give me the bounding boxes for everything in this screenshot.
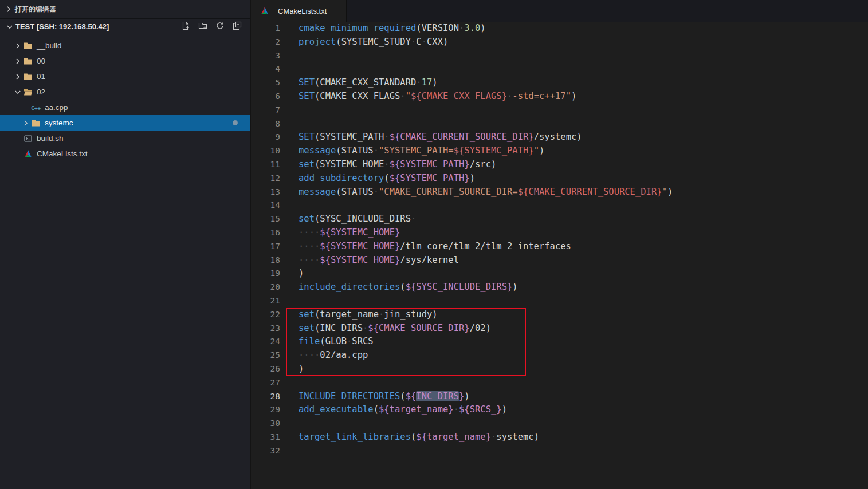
line-number: 1 bbox=[251, 22, 280, 36]
code-text bbox=[280, 199, 299, 212]
line-number: 24 bbox=[251, 335, 280, 349]
code-line[interactable]: 4 bbox=[251, 62, 868, 76]
tree-item-02[interactable]: 02 bbox=[0, 84, 250, 100]
line-number: 18 bbox=[251, 254, 280, 267]
code-line[interactable]: 18····${SYSTEMC_HOME}/sys/kernel bbox=[251, 254, 868, 267]
new-folder-button[interactable] bbox=[198, 22, 208, 32]
line-number: 14 bbox=[251, 199, 280, 212]
line-number: 21 bbox=[251, 294, 280, 308]
code-text: cmake_minimum_required(VERSION·3.0) bbox=[280, 22, 486, 36]
code-lines: 1cmake_minimum_required(VERSION·3.0)2pro… bbox=[251, 22, 868, 458]
refresh-button[interactable] bbox=[215, 22, 225, 32]
code-line[interactable]: 10message(STATUS·"SYSTEMC_PATH=${SYSTEMC… bbox=[251, 144, 868, 158]
explorer-section-header[interactable]: TEST [SSH: 192.168.50.42] bbox=[0, 18, 250, 34]
code-text bbox=[280, 376, 299, 390]
tab-cmakelists[interactable]: CMakeLists.txt bbox=[251, 0, 347, 22]
code-editor[interactable]: 1cmake_minimum_required(VERSION·3.0)2pro… bbox=[251, 22, 868, 489]
code-text: SET(CMAKE_CXX_FLAGS·"${CMAKE_CXX_FLAGS}·… bbox=[280, 90, 576, 104]
explorer-sidebar: 打开的编辑器 TEST [SSH: 192.168.50.42] __build… bbox=[0, 0, 251, 489]
tree-item-label: 02 bbox=[37, 88, 45, 96]
code-line[interactable]: 23set(INC_DIRS·${CMAKE_SOURCE_DIR}/02) bbox=[251, 322, 868, 336]
collapse-all-icon bbox=[233, 21, 242, 32]
code-text bbox=[280, 117, 299, 131]
chevron-spacer bbox=[13, 134, 22, 143]
chevron-spacer bbox=[21, 103, 30, 112]
code-line[interactable]: 28INCLUDE_DIRECTORIES(${INC_DIRS}) bbox=[251, 390, 868, 404]
code-line[interactable]: 7 bbox=[251, 104, 868, 117]
code-line[interactable]: 30 bbox=[251, 417, 868, 431]
code-text: SET(CMAKE_CXX_STANDARD·17) bbox=[280, 76, 438, 90]
code-line[interactable]: 31target_link_libraries(${target_name}·s… bbox=[251, 431, 868, 444]
code-line[interactable]: 20include_directories(${SYSC_INCLUDE_DIR… bbox=[251, 281, 868, 294]
tree-item-aa-cpp[interactable]: C++aa.cpp bbox=[0, 100, 250, 115]
cpp-file-icon: C++ bbox=[30, 103, 41, 112]
code-line[interactable]: 16····${SYSTEMC_HOME} bbox=[251, 226, 868, 240]
tree-item-00[interactable]: 00 bbox=[0, 53, 250, 69]
code-line[interactable]: 6SET(CMAKE_CXX_FLAGS·"${CMAKE_CXX_FLAGS}… bbox=[251, 90, 868, 104]
folder-icon bbox=[22, 72, 33, 81]
tree-item--build[interactable]: __build bbox=[0, 38, 250, 53]
line-number: 23 bbox=[251, 322, 280, 336]
code-line[interactable]: 13message(STATUS·"CMAKE_CURRENT_SOURCE_D… bbox=[251, 186, 868, 199]
line-number: 3 bbox=[251, 49, 280, 63]
code-line[interactable]: 17····${SYSTEMC_HOME}/tlm_core/tlm_2/tlm… bbox=[251, 240, 868, 254]
line-number: 16 bbox=[251, 226, 280, 240]
folder-icon bbox=[22, 41, 33, 50]
tree-item-label: build.sh bbox=[37, 134, 64, 143]
tree-item-label: __build bbox=[37, 41, 62, 50]
code-line[interactable]: 5SET(CMAKE_CXX_STANDARD·17) bbox=[251, 76, 868, 90]
file-tree: __build000102C++aa.cppsystemcbuild.shCMa… bbox=[0, 34, 250, 161]
chevron-spacer bbox=[13, 149, 22, 159]
code-line[interactable]: 12add_subdirectory(${SYSTEMC_PATH}) bbox=[251, 172, 868, 186]
folder-open-icon bbox=[22, 88, 33, 97]
code-line[interactable]: 14 bbox=[251, 199, 868, 212]
new-file-button[interactable] bbox=[180, 22, 191, 32]
section-actions bbox=[180, 22, 250, 32]
open-editors-header[interactable]: 打开的编辑器 bbox=[0, 0, 250, 18]
code-line[interactable]: 9SET(SYSTEMC_PATH·${CMAKE_CURRENT_SOURCE… bbox=[251, 131, 868, 144]
code-line[interactable]: 3 bbox=[251, 49, 868, 63]
tree-item-systemc[interactable]: systemc bbox=[0, 115, 250, 131]
code-line[interactable]: 11set(SYSTEMC_HOME·${SYSTEMC_PATH}/src) bbox=[251, 158, 868, 172]
code-line[interactable]: 8 bbox=[251, 117, 868, 131]
code-text bbox=[280, 104, 299, 117]
code-line[interactable]: 27 bbox=[251, 376, 868, 390]
code-line[interactable]: 1cmake_minimum_required(VERSION·3.0) bbox=[251, 22, 868, 36]
code-text: set(target_name·jin_study) bbox=[280, 308, 438, 322]
line-number: 26 bbox=[251, 362, 280, 376]
code-line[interactable]: 19) bbox=[251, 267, 868, 281]
code-line[interactable]: 2project(SYSTEMC_STUDY·C·CXX) bbox=[251, 36, 868, 49]
code-line[interactable]: 22set(target_name·jin_study) bbox=[251, 308, 868, 322]
tree-item-01[interactable]: 01 bbox=[0, 69, 250, 84]
line-number: 9 bbox=[251, 131, 280, 144]
code-line[interactable]: 21 bbox=[251, 294, 868, 308]
line-number: 27 bbox=[251, 376, 280, 390]
line-number: 22 bbox=[251, 308, 280, 322]
tree-item-cmakelists-txt[interactable]: CMakeLists.txt bbox=[0, 146, 250, 161]
line-number: 31 bbox=[251, 431, 280, 444]
line-number: 10 bbox=[251, 144, 280, 158]
code-line[interactable]: 24file(GLOB·SRCS_ bbox=[251, 335, 868, 349]
tree-item-build-sh[interactable]: build.sh bbox=[0, 131, 250, 146]
chevron-right-icon bbox=[3, 5, 13, 14]
code-text: message(STATUS·"SYSTEMC_PATH=${SYSTEMC_P… bbox=[280, 144, 544, 158]
code-text: add_subdirectory(${SYSTEMC_PATH}) bbox=[280, 172, 475, 186]
code-text: SET(SYSTEMC_PATH·${CMAKE_CURRENT_SOURCE_… bbox=[280, 131, 582, 144]
code-line[interactable]: 29add_executable(${target_name}·${SRCS_}… bbox=[251, 403, 868, 417]
code-text: ) bbox=[280, 362, 304, 376]
code-text bbox=[280, 417, 299, 431]
code-text: ····02/aa.cpp bbox=[280, 349, 368, 362]
new-file-icon bbox=[181, 21, 190, 32]
collapse-all-button[interactable] bbox=[232, 22, 242, 32]
code-line[interactable]: 26) bbox=[251, 362, 868, 376]
code-line[interactable]: 25····02/aa.cpp bbox=[251, 349, 868, 362]
code-line[interactable]: 32 bbox=[251, 444, 868, 458]
line-number: 30 bbox=[251, 417, 280, 431]
tree-item-label: CMakeLists.txt bbox=[37, 149, 88, 158]
code-text: message(STATUS·"CMAKE_CURRENT_SOURCE_DIR… bbox=[280, 186, 673, 199]
folder-icon bbox=[30, 119, 41, 128]
line-number: 29 bbox=[251, 403, 280, 417]
code-text: ····${SYSTEMC_HOME}/sys/kernel bbox=[280, 254, 459, 267]
code-line[interactable]: 15set(SYSC_INCLUDE_DIRS· bbox=[251, 212, 868, 226]
folder-icon bbox=[22, 57, 33, 66]
